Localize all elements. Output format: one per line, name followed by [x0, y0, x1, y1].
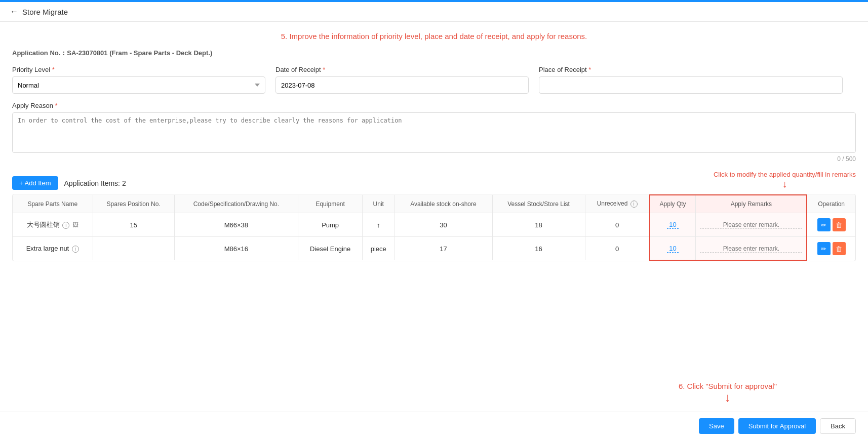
date-of-receipt-group: Date of Receipt *: [275, 66, 539, 94]
step6-arrow: ↓: [679, 390, 777, 405]
cell-code-1: M66×38: [174, 213, 298, 237]
table-header-row: + Add Item Application Items: 2 Click to…: [12, 171, 856, 190]
priority-level-select[interactable]: Normal Urgent Very Urgent: [12, 76, 265, 94]
apply-reason-textarea[interactable]: [12, 112, 856, 153]
col-vessel-stock: Vessel Stock/Store List: [492, 195, 585, 213]
edit-btn-2[interactable]: ✏: [817, 242, 831, 255]
cell-equipment-2: Diesel Engine: [298, 237, 362, 261]
row1-info-icon[interactable]: i: [62, 222, 69, 229]
app-no-sub: (Fram - Spare Parts - Deck Dept.): [109, 49, 212, 57]
save-button[interactable]: Save: [699, 418, 734, 431]
form-row-1: Priority Level * Normal Urgent Very Urge…: [12, 66, 856, 94]
cell-code-2: M86×16: [174, 237, 298, 261]
col-apply-qty: Apply Qty: [650, 195, 696, 213]
header: ← Store Migrate: [0, 2, 868, 22]
cell-apply-qty-2[interactable]: 10: [650, 237, 696, 261]
cell-available-2: 17: [394, 237, 492, 261]
application-number: Application No.：SA-23070801 (Fram - Spar…: [12, 49, 856, 58]
cell-unreceived-1: 0: [585, 213, 650, 237]
cell-vessel-1: 18: [492, 213, 585, 237]
step6-hint-text: 6. Click "Submit for approval": [679, 382, 777, 390]
app-no-value: SA-23070801: [67, 49, 107, 57]
apply-qty-value-2[interactable]: 10: [667, 245, 678, 253]
row2-info-icon[interactable]: i: [72, 246, 79, 253]
table-section: + Add Item Application Items: 2 Click to…: [12, 171, 856, 261]
back-arrow[interactable]: ←: [10, 7, 18, 16]
cell-vessel-2: 16: [492, 237, 585, 261]
cell-remarks-1[interactable]: [696, 213, 807, 237]
items-table: Spare Parts Name Spares Position No. Cod…: [13, 194, 855, 261]
remark-input-2[interactable]: [700, 245, 802, 253]
delete-btn-1[interactable]: 🗑: [833, 218, 846, 231]
row1-image-icon[interactable]: 🖼: [72, 221, 78, 228]
col-apply-remarks: Apply Remarks: [696, 195, 807, 213]
apply-reason-label: Apply Reason *: [12, 102, 856, 109]
table-row: Extra large nut i M86×16 Diesel Engine p…: [13, 237, 855, 261]
cell-unit-2: piece: [363, 237, 394, 261]
add-item-button[interactable]: + Add Item: [12, 176, 58, 190]
app-items-label: Application Items: 2: [64, 179, 126, 187]
remark-input-1[interactable]: [700, 221, 802, 229]
priority-level-group: Priority Level * Normal Urgent Very Urge…: [12, 66, 275, 94]
delete-btn-2[interactable]: 🗑: [833, 242, 846, 255]
date-of-receipt-label: Date of Receipt *: [275, 66, 529, 73]
date-of-receipt-input[interactable]: [275, 76, 529, 94]
main-content: 5. Improve the information of priority l…: [0, 22, 868, 431]
step5-instruction: 5. Improve the information of priority l…: [12, 32, 856, 41]
cell-position-2: [93, 237, 174, 261]
cell-operation-1: ✏ 🗑: [807, 213, 855, 237]
arrow-down-hint: ↓: [714, 178, 856, 190]
back-button[interactable]: Back: [820, 418, 856, 431]
cell-available-1: 30: [394, 213, 492, 237]
modify-hint-block: Click to modify the applied quantity/fil…: [714, 171, 856, 190]
items-table-wrapper: Spare Parts Name Spares Position No. Cod…: [12, 194, 856, 261]
cell-unit-1: ↑: [363, 213, 394, 237]
col-spare-parts-name: Spare Parts Name: [13, 195, 93, 213]
char-count: 0 / 500: [12, 155, 856, 163]
apply-reason-group: Apply Reason * 0 / 500: [12, 102, 856, 163]
cell-unreceived-2: 0: [585, 237, 650, 261]
cell-position-1: 15: [93, 213, 174, 237]
col-position-no: Spares Position No.: [93, 195, 174, 213]
page-title: Store Migrate: [22, 8, 68, 16]
col-equipment: Equipment: [298, 195, 362, 213]
cell-operation-2: ✏ 🗑: [807, 237, 855, 261]
cell-apply-qty-1[interactable]: 10: [650, 213, 696, 237]
cell-equipment-1: Pump: [298, 213, 362, 237]
col-unit: Unit: [363, 195, 394, 213]
place-of-receipt-label: Place of Receipt *: [539, 66, 843, 73]
app-no-label: Application No.：: [12, 49, 67, 57]
col-unreceived: Unreceived i: [585, 195, 650, 213]
table-header-row: Spare Parts Name Spares Position No. Cod…: [13, 195, 855, 213]
modify-hint-text: Click to modify the applied quantity/fil…: [714, 171, 856, 178]
footer-bar: Save Submit for Approval Back: [0, 412, 868, 431]
submit-for-approval-button[interactable]: Submit for Approval: [738, 418, 816, 431]
operation-btns-2: ✏ 🗑: [811, 242, 851, 255]
operation-btns-1: ✏ 🗑: [811, 218, 851, 231]
apply-qty-value-1[interactable]: 10: [667, 221, 678, 229]
cell-remarks-2[interactable]: [696, 237, 807, 261]
col-available-stock: Available stock on-shore: [394, 195, 492, 213]
place-of-receipt-input[interactable]: [539, 76, 843, 94]
col-code: Code/Specification/Drawing No.: [174, 195, 298, 213]
step6-hint-block: 6. Click "Submit for approval" ↓: [679, 382, 777, 405]
cell-spare-name-1: 大号圆柱销 i 🖼: [13, 213, 93, 237]
table-header-left: + Add Item Application Items: 2: [12, 176, 126, 190]
unreceived-info-icon[interactable]: i: [630, 201, 638, 208]
table-row: 大号圆柱销 i 🖼 15 M66×38 Pump ↑ 30 18 0 10: [13, 213, 855, 237]
place-of-receipt-group: Place of Receipt *: [539, 66, 843, 94]
cell-spare-name-2: Extra large nut i: [13, 237, 93, 261]
priority-level-label: Priority Level *: [12, 66, 265, 73]
col-operation: Operation: [807, 195, 855, 213]
edit-btn-1[interactable]: ✏: [817, 218, 831, 231]
